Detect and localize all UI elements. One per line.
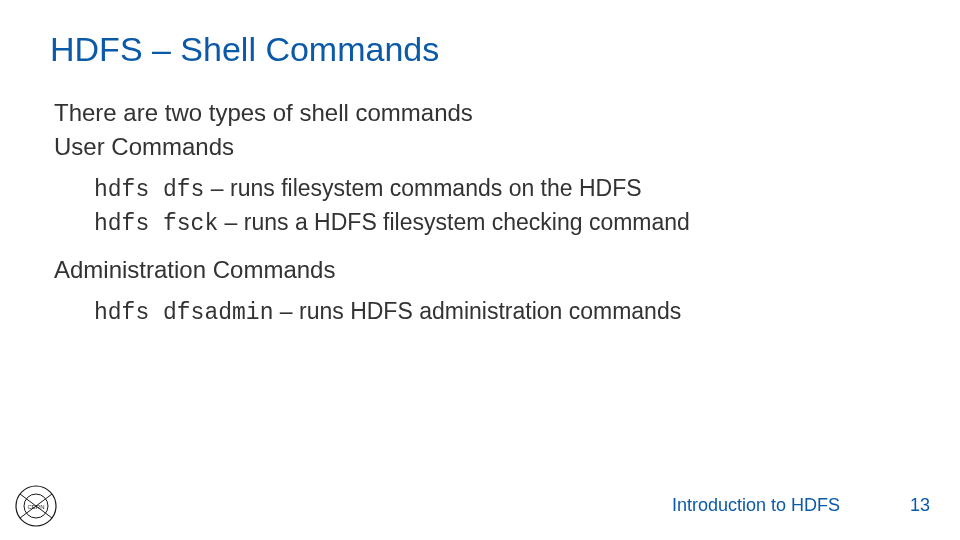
footer: CERN Introduction to HDFS 13 — [0, 470, 960, 540]
command-desc: – runs a HDFS filesystem checking comman… — [218, 209, 690, 235]
svg-text:CERN: CERN — [27, 504, 44, 510]
intro-text: There are two types of shell commands — [54, 97, 910, 129]
slide: HDFS – Shell Commands There are two type… — [0, 0, 960, 540]
command-code: hdfs fsck — [94, 211, 218, 237]
admin-commands-block: hdfs dfsadmin – runs HDFS administration… — [94, 295, 910, 329]
cern-logo-icon: CERN — [14, 484, 58, 528]
footer-doc-title: Introduction to HDFS — [672, 495, 840, 516]
page-number: 13 — [910, 495, 930, 516]
command-code: hdfs dfs — [94, 177, 204, 203]
command-code: hdfs dfsadmin — [94, 300, 273, 326]
page-title: HDFS – Shell Commands — [50, 30, 910, 69]
section-label-admin: Administration Commands — [54, 254, 910, 286]
command-line: hdfs dfs – runs filesystem commands on t… — [94, 172, 910, 206]
command-line: hdfs dfsadmin – runs HDFS administration… — [94, 295, 910, 329]
section-label-user: User Commands — [54, 131, 910, 163]
user-commands-block: hdfs dfs – runs filesystem commands on t… — [94, 172, 910, 240]
command-desc: – runs HDFS administration commands — [273, 298, 681, 324]
command-desc: – runs filesystem commands on the HDFS — [204, 175, 641, 201]
command-line: hdfs fsck – runs a HDFS filesystem check… — [94, 206, 910, 240]
